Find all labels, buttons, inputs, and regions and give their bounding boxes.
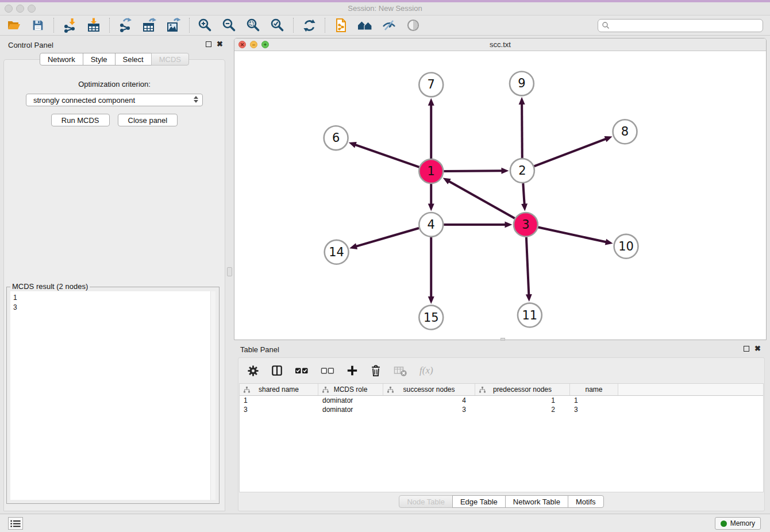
graph-edge-4-3[interactable] [444, 221, 512, 228]
tab-network-table[interactable]: Network Table [505, 495, 568, 508]
graph-edge-4-14[interactable] [349, 228, 419, 249]
graph-edge-3-1[interactable] [443, 178, 515, 219]
first-neighbors-button[interactable] [357, 17, 373, 33]
column-header-predecessor-nodes[interactable]: predecessor nodes [475, 384, 570, 395]
network-from-selection-button[interactable] [333, 17, 349, 33]
delete-table-button[interactable] [394, 365, 407, 377]
zoom-fit-button[interactable] [245, 17, 261, 33]
close-panel-button[interactable]: Close panel [118, 114, 178, 126]
network-graph[interactable]: 7968124314101511 [234, 51, 766, 340]
graph-node-7[interactable]: 7 [419, 72, 443, 97]
tab-style[interactable]: Style [83, 53, 116, 65]
graph-node-4[interactable]: 4 [419, 213, 443, 237]
apply-layout-button[interactable] [301, 17, 317, 33]
column-header-shared-name[interactable]: shared name [240, 384, 318, 395]
close-table-panel-icon[interactable]: ✖ [754, 345, 761, 352]
tab-edge-table[interactable]: Edge Table [452, 495, 506, 508]
export-table-button[interactable] [141, 17, 157, 33]
select-all-button[interactable] [295, 364, 309, 377]
graph-edge-2-3[interactable] [521, 183, 528, 211]
network-resize-handle[interactable] [500, 338, 505, 341]
preview-button[interactable] [405, 17, 421, 33]
toggle-column-display-button[interactable] [271, 365, 283, 376]
deselect-all-button[interactable] [321, 364, 334, 377]
zoom-in-button[interactable] [197, 17, 213, 33]
column-header-filler [618, 384, 763, 395]
graph-node-14[interactable]: 14 [325, 240, 349, 264]
save-session-button[interactable] [30, 17, 46, 33]
table-cell: dominator [318, 396, 383, 405]
tab-select[interactable]: Select [115, 53, 152, 65]
delete-row-button[interactable] [370, 364, 382, 377]
graph-node-2[interactable]: 2 [510, 159, 534, 183]
svg-text:14: 14 [329, 245, 344, 259]
network-canvas[interactable]: 7968124314101511 [234, 51, 766, 340]
column-header-name[interactable]: name [570, 384, 618, 395]
node-table: shared nameMCDS rolesuccessor nodesprede… [239, 383, 764, 492]
open-session-button[interactable] [6, 17, 22, 33]
graph-edge-1-6[interactable] [349, 142, 419, 167]
window-title: Session: New Session [0, 4, 770, 13]
column-header-successor-nodes[interactable]: successor nodes [383, 384, 475, 395]
graph-node-1[interactable]: 1 [419, 159, 443, 183]
graph-edge-1-4[interactable] [428, 184, 434, 211]
table-toolbar: f(x) [238, 358, 764, 383]
memory-button[interactable]: Memory [715, 517, 761, 530]
optimization-criterion-select[interactable]: strongly connected component [26, 94, 203, 106]
graph-node-8[interactable]: 8 [613, 119, 637, 144]
zoom-selected-button[interactable] [270, 17, 286, 33]
graph-edge-1-2[interactable] [444, 168, 509, 174]
gear-icon [247, 365, 259, 377]
mcds-result-area[interactable]: 13 [10, 291, 215, 500]
network-window-titlebar[interactable]: ✕ − + scc.txt [234, 38, 766, 51]
unchecked-boxes-icon [321, 364, 334, 377]
column-settings-button[interactable] [247, 365, 259, 377]
graph-edge-3-10[interactable] [538, 228, 613, 245]
graph-edge-2-8[interactable] [534, 136, 612, 166]
search-input[interactable] [612, 20, 759, 30]
search-field[interactable] [598, 19, 763, 32]
graph-node-10[interactable]: 10 [614, 234, 638, 259]
table-panel: Table Panel ✖ f(x) shar [234, 342, 767, 511]
graph-node-3[interactable]: 3 [514, 213, 538, 237]
svg-text:15: 15 [424, 311, 439, 325]
control-panel-tabs: NetworkStyleSelectMCDS [0, 53, 229, 65]
graph-node-6[interactable]: 6 [324, 126, 348, 150]
table-cell: 3 [570, 405, 618, 414]
tab-network[interactable]: Network [40, 53, 83, 65]
graph-node-11[interactable]: 11 [518, 303, 542, 327]
export-image-button[interactable] [165, 17, 182, 33]
float-table-panel-icon[interactable] [744, 346, 749, 352]
import-network-button[interactable] [61, 17, 78, 33]
table-row[interactable]: 1dominator411 [240, 396, 763, 405]
network-window-title: scc.txt [234, 40, 766, 49]
task-history-button[interactable] [8, 517, 23, 530]
graph-edge-1-7[interactable] [428, 98, 434, 159]
toolbar-separator [109, 18, 110, 33]
tab-motifs[interactable]: Motifs [568, 495, 604, 508]
import-table-icon [86, 18, 101, 33]
graph-edge-4-15[interactable] [428, 237, 434, 304]
result-scrollbar[interactable] [210, 291, 215, 500]
import-table-button[interactable] [86, 17, 102, 33]
svg-text:3: 3 [522, 218, 529, 232]
graph-edge-3-11[interactable] [526, 237, 532, 302]
graph-edge-2-9[interactable] [519, 97, 525, 158]
run-mcds-button[interactable]: Run MCDS [51, 114, 110, 126]
toolbar-separator [293, 18, 294, 33]
export-network-button[interactable] [117, 17, 133, 33]
column-header-mcds-role[interactable]: MCDS role [318, 384, 383, 395]
function-builder-button[interactable]: f(x) [419, 365, 433, 376]
graph-node-9[interactable]: 9 [510, 71, 534, 95]
table-row[interactable]: 3dominator323 [240, 405, 763, 414]
add-row-button[interactable] [346, 365, 358, 376]
svg-text:1: 1 [428, 164, 435, 178]
tab-node-table[interactable]: Node Table [399, 495, 453, 508]
zoom-out-button[interactable] [221, 17, 237, 33]
graph-node-15[interactable]: 15 [419, 306, 443, 330]
float-panel-icon[interactable] [206, 41, 211, 47]
panel-splitter-handle[interactable] [227, 267, 232, 276]
close-panel-icon[interactable]: ✖ [217, 41, 223, 48]
show-hide-details-button[interactable] [381, 17, 397, 33]
tab-mcds[interactable]: MCDS [151, 53, 189, 65]
